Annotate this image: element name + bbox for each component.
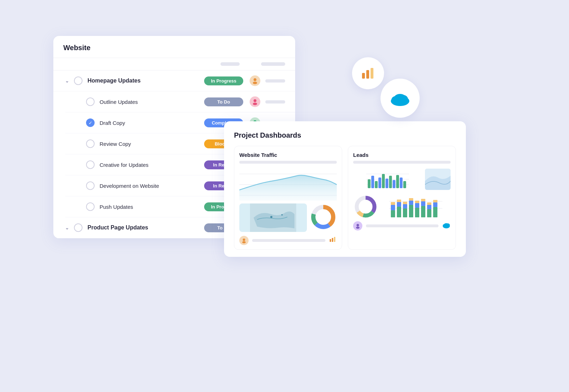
card-title: Website Traffic: [239, 152, 337, 158]
assignee-line: [265, 79, 285, 83]
svg-rect-49: [393, 180, 395, 188]
cloud-icon: [442, 222, 451, 230]
dashboard-title: Project Dashboards: [234, 131, 456, 139]
task-checkbox[interactable]: ✓: [86, 118, 95, 127]
status-badge: To Do: [204, 97, 243, 106]
task-panel-header: Website: [53, 36, 295, 58]
svg-rect-16: [362, 73, 365, 79]
svg-rect-17: [366, 70, 369, 79]
avatar: [250, 75, 260, 86]
card-footer: [353, 221, 451, 231]
svg-point-22: [394, 94, 406, 101]
svg-rect-65: [397, 202, 401, 207]
mini-map: [239, 203, 307, 232]
svg-rect-45: [378, 178, 381, 188]
leads-bar-chart: [353, 169, 422, 191]
task-checkbox[interactable]: [86, 97, 95, 106]
svg-rect-62: [391, 205, 395, 210]
svg-point-3: [253, 103, 257, 105]
area-chart: [239, 169, 337, 201]
task-checkbox[interactable]: [74, 76, 83, 85]
svg-rect-42: [368, 179, 371, 188]
card-subtitle-line: [239, 161, 337, 164]
svg-point-86: [356, 227, 360, 229]
footer-line: [366, 224, 438, 227]
task-name: Push Updates: [100, 204, 204, 210]
task-checkbox[interactable]: [74, 223, 83, 232]
svg-rect-66: [397, 200, 401, 202]
card-subtitle-line: [353, 161, 451, 164]
svg-rect-72: [409, 198, 413, 201]
task-name: Product Page Updates: [87, 224, 204, 231]
task-name: Homepage Updates: [87, 78, 204, 84]
chevron-down-icon[interactable]: ⌄: [63, 77, 70, 84]
col-header-status: [220, 62, 240, 66]
svg-rect-52: [403, 181, 406, 188]
task-panel-title: Website: [63, 44, 90, 52]
svg-point-34: [243, 238, 245, 241]
col-header-assignee: [261, 62, 285, 66]
task-name: Review Copy: [100, 141, 204, 147]
svg-rect-76: [421, 206, 425, 217]
svg-rect-51: [400, 178, 403, 188]
svg-rect-68: [403, 204, 407, 208]
footer-avatar: [353, 221, 362, 231]
svg-rect-37: [332, 238, 333, 242]
svg-rect-43: [371, 176, 374, 188]
svg-point-90: [444, 223, 449, 226]
chevron-down-icon[interactable]: ⌄: [63, 224, 70, 231]
leads-top: [353, 169, 451, 191]
svg-rect-84: [433, 200, 437, 202]
task-checkbox[interactable]: [86, 139, 95, 148]
scene: Website ⌄ Homepage Updates In Progress O…: [53, 36, 516, 356]
svg-rect-44: [375, 181, 378, 188]
svg-rect-83: [433, 202, 437, 207]
svg-point-35: [242, 241, 246, 243]
card-footer: [239, 235, 337, 245]
svg-rect-36: [330, 239, 331, 242]
footer-avatar: [239, 236, 249, 245]
svg-rect-38: [334, 237, 335, 242]
task-checkbox[interactable]: [86, 181, 95, 190]
svg-rect-70: [409, 205, 413, 217]
svg-rect-69: [403, 202, 407, 204]
svg-rect-79: [427, 209, 431, 217]
svg-rect-50: [396, 175, 399, 188]
task-name: Outline Updates: [100, 99, 204, 105]
svg-point-58: [361, 202, 371, 212]
leads-image: [425, 169, 451, 190]
task-row[interactable]: Outline Updates To Do: [65, 91, 295, 112]
svg-point-27: [270, 216, 272, 218]
leads-stacked-bars: [381, 194, 451, 219]
task-name: Creative for Updates: [100, 162, 204, 168]
svg-rect-64: [397, 207, 401, 217]
task-row[interactable]: ⌄ Homepage Updates In Progress: [53, 70, 295, 91]
card-title: Leads: [353, 152, 451, 158]
svg-rect-48: [389, 176, 392, 188]
svg-point-2: [254, 99, 256, 102]
svg-rect-61: [391, 210, 395, 217]
svg-rect-71: [409, 201, 413, 205]
dashboard-panel: Project Dashboards Website Traffic: [224, 121, 466, 257]
svg-rect-78: [421, 199, 425, 201]
footer-line: [252, 239, 325, 242]
svg-rect-80: [427, 205, 431, 209]
website-traffic-card: Website Traffic: [234, 146, 342, 250]
svg-point-33: [318, 211, 329, 223]
svg-rect-46: [382, 174, 385, 188]
svg-rect-63: [391, 202, 395, 205]
svg-point-1: [253, 82, 257, 84]
svg-rect-18: [371, 68, 373, 79]
status-badge: In Progress: [204, 76, 243, 85]
task-checkbox[interactable]: [86, 160, 95, 169]
task-checkbox[interactable]: [86, 202, 95, 211]
assignee-line: [265, 100, 285, 104]
donut-chart: [310, 203, 337, 231]
avatar: [250, 96, 260, 107]
svg-rect-47: [385, 179, 388, 188]
leads-card: Leads: [348, 146, 456, 250]
float-chart-icon: [352, 57, 384, 89]
chart-icon: [329, 235, 337, 245]
task-name: Draft Copy: [100, 120, 204, 126]
svg-point-85: [357, 224, 359, 227]
